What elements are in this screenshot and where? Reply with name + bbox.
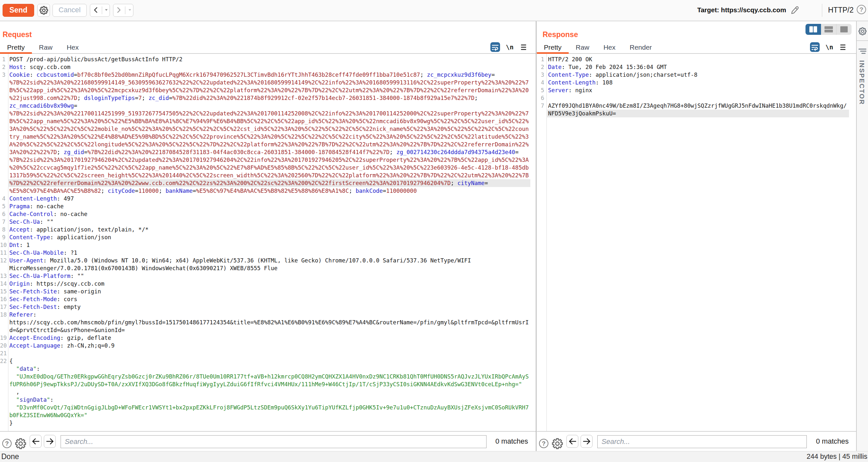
code-row[interactable]: "data": xyxy=(0,365,530,373)
chevron-down-icon[interactable] xyxy=(128,9,131,11)
code-row[interactable]: 17Sec-Fetch-Dest: empty xyxy=(0,303,530,311)
code-row[interactable]: MicroMessenger/7.0.20.1781(0x6700143B) W… xyxy=(0,264,530,272)
code-row[interactable]: 16Sec-Fetch-Mode: cors xyxy=(0,295,530,303)
request-settings-button[interactable] xyxy=(37,4,50,17)
tab-raw[interactable]: Raw xyxy=(569,41,596,53)
cancel-button[interactable]: Cancel xyxy=(53,4,87,17)
help-icon[interactable]: ? xyxy=(2,439,11,448)
code-row[interactable]: 22{ xyxy=(0,357,530,365)
code-row[interactable]: %7B%22sid%22%3A%20%221680599914149_56309… xyxy=(0,79,530,86)
layout-rows-button[interactable] xyxy=(821,24,836,35)
gear-icon[interactable] xyxy=(858,27,867,35)
code-row[interactable]: 3A%20%5C%22%5C%22%2C%5C%22mobile_no%5C%2… xyxy=(0,125,530,133)
code-row[interactable]: b0FkZ3SIEnwW6Nw0GQxYk=" xyxy=(0,411,530,419)
word-wrap-toggle[interactable] xyxy=(490,42,500,52)
code-row[interactable]: 18Referer: xyxy=(0,311,530,319)
search-settings-gear-icon[interactable] xyxy=(552,438,563,450)
code-row[interactable]: 4Content-Length: 108 xyxy=(537,79,849,86)
line-number: 5 xyxy=(537,86,544,94)
code-row[interactable]: 8Accept: application/json, text/plain, *… xyxy=(0,226,530,233)
layout-columns-button[interactable] xyxy=(805,24,821,35)
code-row[interactable]: 1317b59%5C%22%2C%5C%22screen_height%5C%2… xyxy=(0,172,530,179)
inspector-sidebar[interactable]: INSPECTOR xyxy=(857,21,868,451)
tab-pretty[interactable]: Pretty xyxy=(537,41,569,53)
code-row[interactable]: https://scqy.ccb.com/hmscmob/pfin/gmyl?b… xyxy=(0,319,530,326)
search-input[interactable] xyxy=(61,435,487,448)
code-row[interactable]: try_name%5C%22%3A%20%5C%22%E4%B8%AD%E5%9… xyxy=(0,133,530,141)
code-row[interactable]: 1HTTP/2 200 OK xyxy=(537,55,849,63)
menu-icon[interactable] xyxy=(840,45,845,51)
previous-match-button[interactable] xyxy=(566,435,578,448)
code-row[interactable]: 4Content-Length: 497 xyxy=(0,195,530,202)
code-row[interactable]: 14Origin: https://scqy.ccb.com xyxy=(0,280,530,288)
next-match-button[interactable] xyxy=(581,435,592,448)
code-row[interactable]: %22just998.com%22%7D; dsloginTypeTips=7;… xyxy=(0,94,530,102)
next-match-button[interactable] xyxy=(44,435,56,448)
chevron-down-icon[interactable] xyxy=(105,9,108,11)
code-row[interactable]: A%20%5C%22%5C%22%2C%5C%22longitude%5C%22… xyxy=(0,141,530,148)
help-icon[interactable]: ? xyxy=(857,5,866,14)
code-row[interactable]: 5Pragma: no-cache xyxy=(0,202,530,210)
protocol-label[interactable]: HTTP/2 xyxy=(828,0,854,21)
inspector-label[interactable]: INSPECTOR xyxy=(858,60,865,105)
code-row[interactable]: NFD5V9e3jQoakmPskuU= xyxy=(537,110,849,117)
collapse-panel-icon[interactable] xyxy=(858,48,866,54)
code-row[interactable]: } xyxy=(0,419,530,427)
code-row[interactable]: 10Dnt: 1 xyxy=(0,241,530,249)
code-row[interactable]: %7B%22sid%22%3A%201701927946204%2C%22upd… xyxy=(0,156,530,164)
code-row[interactable]: B%5C%22app_id%5C%22%3A%20%5C%22mcpcxkuz9… xyxy=(0,86,530,94)
code-row[interactable]: B%5C%22app_name%5C%22%3A%20%5C%22%E5%BB%… xyxy=(0,117,530,125)
code-row[interactable]: "signData": xyxy=(0,396,530,404)
code-row[interactable]: %7D%22%2C%22referrerDomain%22%3A%20%22ww… xyxy=(0,179,530,187)
pencil-icon[interactable] xyxy=(790,4,799,16)
menu-icon[interactable] xyxy=(521,45,526,51)
tab-raw[interactable]: Raw xyxy=(32,41,60,53)
code-row[interactable]: 2Host: scqy.ccb.com xyxy=(0,63,530,71)
code-row[interactable]: %7B%22sid%22%3A%20%221700114251999_51937… xyxy=(0,110,530,117)
code-row[interactable]: 11Sec-Ch-Ua-Mobile: ?1 xyxy=(0,249,530,257)
code-row[interactable]: 6Cache-Control: no-cache xyxy=(0,210,530,218)
code-row[interactable]: fUPR6h06Pj9ewpTkksPJ/2uDUySD+T0A/zxXVIfX… xyxy=(0,380,530,388)
search-settings-gear-icon[interactable] xyxy=(15,438,26,450)
panel-divider[interactable] xyxy=(536,21,536,451)
code-row[interactable]: %20%5C%22ccvcag5mqy1f7ie2%5C%22%2C%5C%22… xyxy=(0,164,530,172)
code-row[interactable]: 3Content-Type: application/json;charset=… xyxy=(537,71,849,79)
previous-match-button[interactable] xyxy=(30,435,41,448)
code-row[interactable]: "UJmxE0dDoq/GEThz0ERkgpwGGhEqryZsb0Gzcj0… xyxy=(0,373,530,380)
code-row[interactable]: %E5%8C%97%E4%BA%AC%E5%B8%82; cityCode=11… xyxy=(0,187,530,195)
code-row[interactable]: , xyxy=(0,388,530,396)
code-row[interactable]: 9Content-Type: application/json xyxy=(0,233,530,241)
tab-hex[interactable]: Hex xyxy=(596,41,622,53)
code-row[interactable]: d=&prvtCtrctId=&usrPhone=&unionId= xyxy=(0,326,530,334)
history-forward-button[interactable] xyxy=(113,4,133,17)
code-row[interactable]: 19Accept-Encoding: gzip, deflate xyxy=(0,334,530,342)
code-row[interactable]: 3Cookie: ccbcustomid=bf70c8bf0e52bd0bmnZ… xyxy=(0,71,530,79)
code-row[interactable]: 20Accept-Language: zh-CN,zh;q=0.9 xyxy=(0,342,530,349)
code-row[interactable]: 1POST /prod-api/public/bussAct/getBussAc… xyxy=(0,55,530,63)
request-editor[interactable]: 1POST /prod-api/public/bussAct/getBussAc… xyxy=(0,54,530,431)
tab-pretty[interactable]: Pretty xyxy=(0,41,32,53)
code-row[interactable]: 15Sec-Fetch-Site: same-origin xyxy=(0,288,530,295)
tab-hex[interactable]: Hex xyxy=(60,41,86,53)
code-row[interactable]: 5Server: nginx xyxy=(537,86,849,94)
show-newlines-toggle[interactable]: \n xyxy=(826,42,833,52)
code-row[interactable]: 7Sec-Ch-Ua: "" xyxy=(0,218,530,226)
code-row[interactable]: 6 xyxy=(537,94,849,102)
response-editor[interactable]: 1HTTP/2 200 OK2Date: Tue, 20 Feb 2024 15… xyxy=(537,54,849,431)
word-wrap-toggle[interactable] xyxy=(810,42,820,52)
tab-render[interactable]: Render xyxy=(622,41,659,53)
search-input[interactable] xyxy=(597,435,807,448)
help-icon[interactable]: ? xyxy=(539,439,548,448)
code-row[interactable]: 7AZYf09JQhd1BYA0nc49W/bEzm8I/Z3Ageqh7HG8… xyxy=(537,102,849,110)
code-row[interactable]: 2Date: Tue, 20 Feb 2024 15:36:04 GMT xyxy=(537,63,849,71)
history-back-button[interactable] xyxy=(90,4,110,17)
code-row[interactable]: 3A%20%22%22%7D; zg_did=%7B%22did%22%3A%2… xyxy=(0,148,530,156)
code-row[interactable]: zc_nmccadi6bv8x90wg= xyxy=(0,102,530,110)
layout-single-button[interactable] xyxy=(836,24,851,35)
send-button[interactable]: Send xyxy=(3,4,34,17)
show-newlines-toggle[interactable]: \n xyxy=(506,42,514,52)
code-row[interactable]: "D3vnMf0CovQt/7qiWDtnGgigJLbgD+WFoFWEcr1… xyxy=(0,404,530,411)
code-row[interactable]: 12User-Agent: Mozilla/5.0 (Windows NT 10… xyxy=(0,257,530,264)
code-row[interactable]: 13Sec-Ch-Ua-Platform: "" xyxy=(0,272,530,280)
code-row[interactable]: 21 xyxy=(0,349,530,357)
